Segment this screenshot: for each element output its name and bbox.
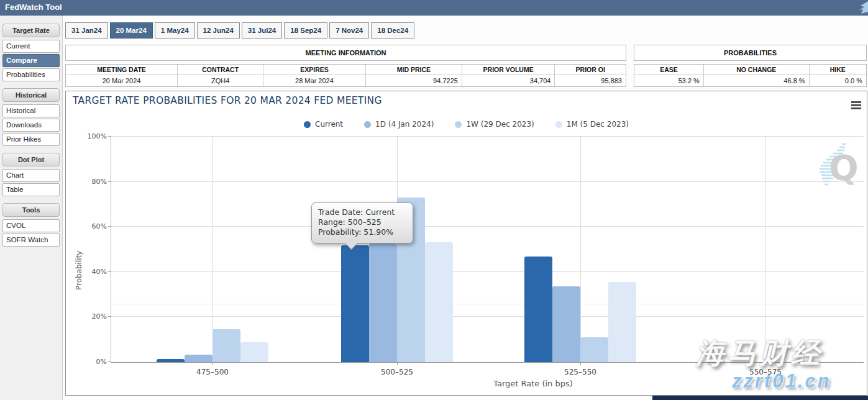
x-tick-label-500-525: 500–525	[381, 368, 413, 376]
meeting-info-title: MEETING INFORMATION	[65, 45, 626, 61]
chart-menu-icon[interactable]	[851, 101, 861, 109]
bar-1m-500-525[interactable]	[425, 242, 453, 362]
probabilities-title: PROBABILITIES	[634, 45, 867, 61]
sidebar-item-downloads[interactable]: Downloads	[2, 119, 60, 132]
sidebar-item-compare[interactable]: Compare	[2, 54, 60, 67]
column-header-mid-price: MID PRICE	[366, 65, 462, 75]
column-header-no-change: NO CHANGE	[704, 65, 810, 75]
legend-dot	[555, 121, 562, 128]
tooltip-range: Range: 500–525	[318, 217, 406, 227]
legend-item-1m[interactable]: 1M (5 Dec 2023)	[555, 120, 629, 129]
bar-1m-525-550[interactable]	[608, 282, 636, 362]
column-header-expires: EXPIRES	[263, 65, 366, 75]
site-url-watermark: zzrt01.cn	[732, 370, 831, 393]
sidebar-item-current[interactable]: Current	[2, 40, 60, 53]
meeting-date-tabs: 31 Jan2420 Mar241 May2412 Jun2431 Jul241…	[65, 22, 414, 39]
sidebar-item-cvol[interactable]: CVOL	[2, 219, 60, 232]
sidebar-section: Target RateCurrentCompareProbabilities	[2, 24, 60, 81]
header-bar: FedWatch Tool	[0, 0, 868, 16]
plot-area: 0%20%40%60%80%100%475–500500–525525–5505…	[111, 137, 864, 363]
cell-prior-oi: 95,883	[555, 75, 626, 86]
probabilities-grid: EASENO CHANGEHIKE53.2 %46.8 %0.0 %	[634, 64, 867, 87]
tab-20-mar24[interactable]: 20 Mar24	[110, 22, 153, 39]
cell-meeting-date: 20 Mar 2024	[66, 75, 178, 86]
table-header-row: MEETING DATECONTRACTEXPIRESMID PRICEPRIO…	[66, 65, 626, 75]
x-tick-mark	[397, 362, 398, 365]
legend-item-1d[interactable]: 1D (4 Jan 2024)	[364, 120, 434, 129]
cell-mid-price: 94.7225	[366, 75, 462, 86]
v-gridline	[580, 137, 581, 362]
bar-1d-475-500[interactable]	[185, 355, 212, 362]
bar-1w-475-500[interactable]	[212, 329, 240, 362]
bar-1m-475-500[interactable]	[240, 342, 268, 362]
sidebar-item-prior-hikes[interactable]: Prior Hikes	[2, 133, 60, 146]
cell-hike: 0.0 %	[810, 75, 866, 86]
v-gridline	[212, 137, 213, 362]
column-header-contract: CONTRACT	[178, 65, 263, 75]
sidebar-item-sofr-watch[interactable]: SOFR Watch	[2, 234, 60, 247]
cell-expires: 28 Mar 2024	[263, 75, 366, 86]
meeting-info-table: MEETING INFORMATION MEETING DATECONTRACT…	[65, 45, 626, 87]
artifact-line	[111, 304, 864, 304]
sidebar-item-historical[interactable]: Historical	[2, 104, 60, 117]
h-gridline	[111, 136, 864, 137]
h-gridline	[111, 181, 864, 182]
x-tick-label-475-500: 475–500	[196, 368, 229, 376]
tab-31-jan24[interactable]: 31 Jan24	[65, 22, 108, 39]
bar-1d-525-550[interactable]	[552, 286, 580, 362]
sidebar-section: Dot PlotChartTable	[2, 153, 60, 196]
legend-item-1w[interactable]: 1W (29 Dec 2023)	[455, 120, 534, 129]
y-tick-label: 80%	[86, 178, 107, 186]
column-header-hike: HIKE	[810, 65, 866, 75]
bar-1d-500-525[interactable]	[369, 243, 397, 362]
tab-12-jun24[interactable]: 12 Jun24	[197, 22, 240, 39]
legend-label: 1W (29 Dec 2023)	[466, 120, 534, 129]
h-gridline	[111, 316, 864, 317]
y-tick-mark	[108, 226, 111, 227]
bar-current-525-550[interactable]	[524, 257, 552, 362]
legend-item-current[interactable]: Current	[304, 120, 343, 129]
bar-current-500-525[interactable]	[341, 245, 369, 362]
y-tick-mark	[108, 181, 111, 182]
y-tick-mark	[108, 361, 111, 362]
tab-31-jul24[interactable]: 31 Jul24	[242, 22, 282, 39]
bar-1w-525-550[interactable]	[580, 337, 608, 362]
table-value-row: 20 Mar 2024ZQH428 Mar 202494.722534,7049…	[66, 75, 626, 86]
fedwatch-app: FedWatch Tool Target RateCurrentCompareP…	[0, 0, 868, 400]
x-tick-label-525-550: 525–550	[564, 368, 596, 376]
legend-label: Current	[315, 120, 343, 129]
sidebar-item-probabilities[interactable]: Probabilities	[2, 68, 60, 81]
sidebar-section-header-tools[interactable]: Tools	[2, 203, 60, 217]
column-header-meeting-date: MEETING DATE	[66, 65, 178, 75]
h-gridline	[111, 226, 864, 227]
cell-no-change: 46.8 %	[704, 75, 810, 86]
sidebar-section-header-dot-plot[interactable]: Dot Plot	[2, 153, 60, 166]
legend-label: 1M (5 Dec 2023)	[567, 120, 629, 129]
bar-current-475-500[interactable]	[157, 359, 185, 362]
x-tick-mark	[580, 362, 581, 365]
chart-tooltip: Trade Date: Current Range: 500–525 Proba…	[311, 202, 413, 243]
site-name-watermark: 海马财经	[696, 334, 823, 373]
sidebar-item-table[interactable]: Table	[2, 183, 60, 196]
table-header-row: EASENO CHANGEHIKE	[634, 65, 866, 75]
legend-label: 1D (4 Jan 2024)	[375, 120, 434, 129]
sidebar-item-chart[interactable]: Chart	[2, 169, 60, 182]
sidebar-section: HistoricalHistoricalDownloadsPrior Hikes	[2, 88, 60, 146]
column-header-prior-volume: PRIOR VOLUME	[462, 65, 555, 75]
tab-1-may24[interactable]: 1 May24	[155, 22, 195, 39]
column-header-ease: EASE	[634, 65, 704, 75]
cell-prior-volume: 34,704	[462, 75, 555, 86]
meeting-info-grid: MEETING DATECONTRACTEXPIRESMID PRICEPRIO…	[65, 64, 626, 87]
cell-ease: 53.2 %	[634, 75, 704, 86]
tab-7-nov24[interactable]: 7 Nov24	[329, 22, 369, 39]
sidebar-section-header-target-rate[interactable]: Target Rate	[2, 24, 60, 37]
tab-18-sep24[interactable]: 18 Sep24	[284, 22, 327, 39]
probabilities-table: PROBABILITIES EASENO CHANGEHIKE53.2 %46.…	[634, 45, 867, 87]
legend-dot	[455, 121, 462, 128]
table-value-row: 53.2 %46.8 %0.0 %	[634, 75, 866, 86]
sidebar-section-header-historical[interactable]: Historical	[2, 88, 60, 102]
tab-18-dec24[interactable]: 18 Dec24	[371, 22, 414, 39]
x-tick-mark	[212, 362, 213, 365]
y-tick-mark	[108, 316, 111, 317]
cell-contract: ZQH4	[178, 75, 263, 86]
